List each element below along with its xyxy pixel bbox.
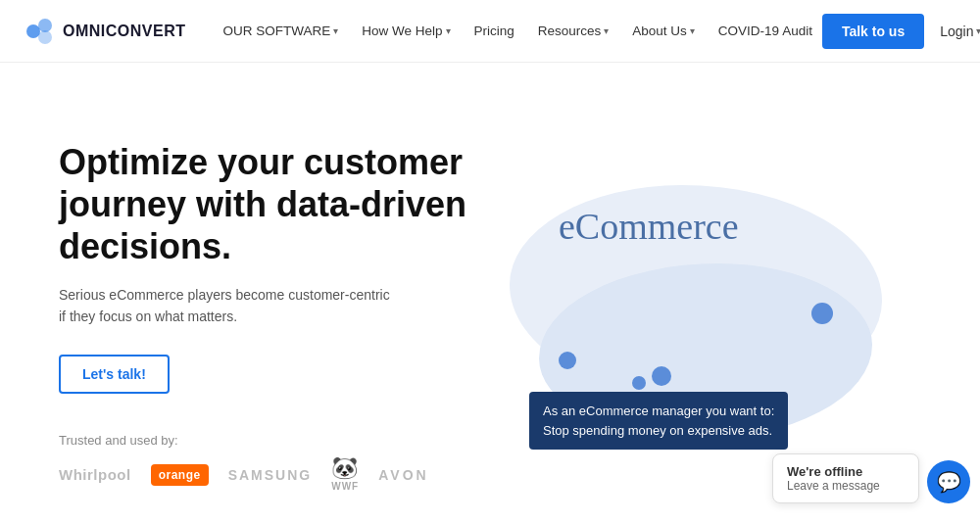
- login-link[interactable]: Login ▾: [940, 24, 980, 39]
- svg-point-2: [38, 30, 52, 44]
- whirlpool-logo: Whirlpool: [59, 466, 131, 483]
- blob-container: eCommerce As an eCommerce manager you wa…: [480, 166, 911, 479]
- hero-left: Optimize your customer journey with data…: [59, 121, 470, 492]
- trusted-section: Trusted and used by: Whirlpool orange SA…: [59, 433, 470, 492]
- svg-point-0: [26, 24, 40, 38]
- chevron-down-icon: ▾: [604, 25, 609, 36]
- orange-logo: orange: [151, 464, 209, 486]
- logo-icon: [24, 16, 55, 47]
- talk-to-us-button[interactable]: Talk to us: [822, 14, 924, 49]
- chevron-down-icon: ▾: [446, 25, 451, 36]
- callout-line1: As an eCommerce manager you want to:: [543, 402, 774, 421]
- navbar: OMNICONVERT OUR SOFTWARE ▾ How We Help ▾…: [0, 0, 980, 63]
- ecommerce-text: eCommerce: [559, 205, 739, 248]
- dot4: [652, 366, 671, 386]
- logos-row: Whirlpool orange SAMSUNG 🐼 WWF AVON: [59, 457, 470, 492]
- dot2: [559, 352, 576, 369]
- wwf-text: WWF: [331, 481, 359, 492]
- nav-our-software[interactable]: OUR SOFTWARE ▾: [214, 18, 349, 44]
- chat-icon: 💬: [937, 470, 961, 494]
- navbar-left: OMNICONVERT OUR SOFTWARE ▾ How We Help ▾…: [24, 16, 822, 47]
- callout-line2: Stop spending money on expensive ads.: [543, 421, 774, 441]
- chevron-down-icon: ▾: [690, 25, 695, 36]
- wwf-logo: 🐼 WWF: [331, 457, 359, 492]
- hero-title: Optimize your customer journey with data…: [59, 141, 470, 268]
- chat-open-button[interactable]: 💬: [927, 460, 970, 503]
- samsung-logo: SAMSUNG: [228, 467, 313, 483]
- lets-talk-button[interactable]: Let's talk!: [59, 355, 170, 394]
- nav-links: OUR SOFTWARE ▾ How We Help ▾ Pricing Res…: [214, 18, 822, 44]
- dot1: [811, 303, 833, 324]
- logo-text: OMNICONVERT: [63, 23, 186, 40]
- nav-pricing[interactable]: Pricing: [465, 18, 524, 44]
- trusted-label: Trusted and used by:: [59, 433, 470, 448]
- chat-sub: Leave a message: [787, 479, 905, 493]
- nav-covid-audit[interactable]: COVID-19 Audit: [709, 18, 822, 44]
- nav-about-us[interactable]: About Us ▾: [622, 18, 705, 44]
- nav-resources[interactable]: Resources ▾: [528, 18, 619, 44]
- hero-subtitle: Serious eCommerce players become custome…: [59, 284, 392, 328]
- panda-icon: 🐼: [331, 457, 359, 479]
- chat-bubble: We're offline Leave a message: [772, 453, 919, 503]
- logo[interactable]: OMNICONVERT: [24, 16, 186, 47]
- chevron-down-icon: ▾: [333, 25, 338, 36]
- callout-box: As an eCommerce manager you want to: Sto…: [529, 392, 788, 450]
- dot3: [632, 376, 646, 390]
- nav-how-we-help[interactable]: How We Help ▾: [352, 18, 460, 44]
- navbar-right: Talk to us Login ▾: [822, 14, 980, 49]
- chevron-down-icon: ▾: [976, 25, 980, 36]
- chat-status: We're offline: [787, 464, 905, 479]
- chat-widget: We're offline Leave a message 💬: [772, 453, 970, 503]
- avon-logo: AVON: [378, 467, 428, 483]
- svg-point-1: [38, 19, 52, 32]
